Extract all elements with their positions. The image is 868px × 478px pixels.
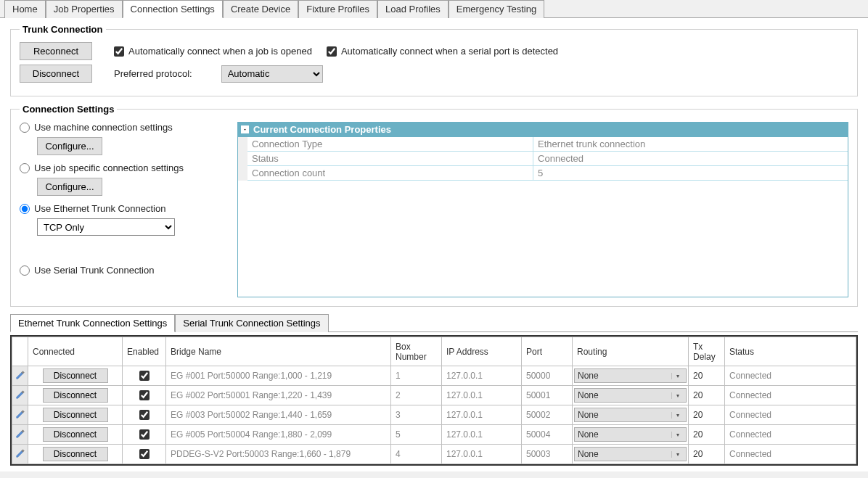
cell-box-number[interactable]: 3 xyxy=(391,405,442,425)
cell-ip[interactable]: 127.0.0.1 xyxy=(442,445,522,464)
cell-connected: Disconnect xyxy=(28,386,123,405)
grid-header-bridge[interactable]: Bridge Name xyxy=(166,337,391,366)
cell-port[interactable]: 50000 xyxy=(522,366,573,386)
radio-serial-label: Use Serial Trunk Connection xyxy=(34,265,154,276)
grid-header-status[interactable]: Status xyxy=(725,337,856,366)
cell-tx-delay[interactable]: 20 xyxy=(689,405,725,425)
cell-box-number[interactable]: 4 xyxy=(391,445,442,464)
disconnect-button[interactable]: Disconnect xyxy=(20,65,92,83)
row-disconnect-button[interactable]: Disconnect xyxy=(43,388,108,403)
cell-routing: None▾ xyxy=(573,366,689,386)
cell-port[interactable]: 50001 xyxy=(522,386,573,405)
row-enabled-checkbox[interactable] xyxy=(139,410,150,420)
grid-header-routing[interactable]: Routing xyxy=(573,337,689,366)
row-enabled-checkbox[interactable] xyxy=(139,449,150,459)
auto-connect-serial-checkbox-wrap[interactable]: Automatically connect when a serial port… xyxy=(327,46,558,57)
cell-bridge-name[interactable]: PDDEG-S-V2 Port:50003 Range:1,660 - 1,87… xyxy=(166,445,391,464)
connection-properties-table: Connection Type Ethernet trunk connectio… xyxy=(238,137,848,181)
row-enabled-checkbox[interactable] xyxy=(139,371,150,381)
radio-serial[interactable] xyxy=(20,265,30,276)
cell-port[interactable]: 50003 xyxy=(522,445,573,464)
grid-header-connected[interactable]: Connected xyxy=(28,337,123,366)
grid-header-ip[interactable]: IP Address xyxy=(442,337,522,366)
connection-properties-header: - Current Connection Properties xyxy=(238,123,848,137)
cell-tx-delay[interactable]: 20 xyxy=(689,386,725,405)
cell-routing: None▾ xyxy=(573,445,689,464)
auto-connect-job-checkbox[interactable] xyxy=(114,46,124,57)
cell-box-number[interactable]: 5 xyxy=(391,425,442,445)
tab-ethernet-trunk[interactable]: Ethernet Trunk Connection Settings xyxy=(10,314,175,332)
row-indicator[interactable] xyxy=(12,425,28,445)
grid-header-enabled[interactable]: Enabled xyxy=(123,337,166,366)
radio-machine[interactable] xyxy=(20,123,30,133)
cell-ip[interactable]: 127.0.0.1 xyxy=(442,386,522,405)
cell-ip[interactable]: 127.0.0.1 xyxy=(442,425,522,445)
cell-bridge-name[interactable]: EG #003 Port:50002 Range:1,440 - 1,659 xyxy=(166,405,391,425)
tab-emergency-testing[interactable]: Emergency Testing xyxy=(449,0,544,18)
row-enabled-checkbox[interactable] xyxy=(139,390,150,400)
cell-enabled xyxy=(123,386,166,405)
ethernet-mode-select[interactable]: TCP Only xyxy=(37,218,175,236)
reconnect-button[interactable]: Reconnect xyxy=(20,42,92,60)
cell-bridge-name[interactable]: EG #002 Port:50001 Range:1,220 - 1,439 xyxy=(166,386,391,405)
radio-ethernet-label: Use Ethernet Trunk Connection xyxy=(34,203,165,214)
table-row[interactable]: DisconnectPDDEG-S-V2 Port:50003 Range:1,… xyxy=(12,445,856,464)
cell-tx-delay[interactable]: 20 xyxy=(689,425,725,445)
routing-dropdown[interactable]: None▾ xyxy=(574,447,687,461)
auto-connect-job-checkbox-wrap[interactable]: Automatically connect when a job is open… xyxy=(114,46,312,57)
radio-ethernet-row[interactable]: Use Ethernet Trunk Connection xyxy=(20,203,230,214)
connections-grid-wrap: Connected Enabled Bridge Name Box Number… xyxy=(10,335,858,466)
row-disconnect-button[interactable]: Disconnect xyxy=(43,447,108,461)
auto-connect-serial-checkbox[interactable] xyxy=(327,46,337,57)
row-disconnect-button[interactable]: Disconnect xyxy=(43,427,108,442)
prop-val: 5 xyxy=(533,166,848,181)
row-indicator[interactable] xyxy=(12,445,28,464)
table-row[interactable]: DisconnectEG #002 Port:50001 Range:1,220… xyxy=(12,386,856,405)
routing-dropdown[interactable]: None▾ xyxy=(574,368,687,383)
tab-create-device[interactable]: Create Device xyxy=(223,0,298,18)
radio-serial-row[interactable]: Use Serial Trunk Connection xyxy=(20,265,230,276)
tab-job-properties[interactable]: Job Properties xyxy=(46,0,123,18)
cell-port[interactable]: 50004 xyxy=(522,425,573,445)
cell-ip[interactable]: 127.0.0.1 xyxy=(442,366,522,386)
radio-job[interactable] xyxy=(20,163,30,173)
table-row[interactable]: DisconnectEG #005 Port:50004 Range:1,880… xyxy=(12,425,856,445)
row-disconnect-button[interactable]: Disconnect xyxy=(43,408,108,422)
grid-header-tx[interactable]: Tx Delay xyxy=(689,337,725,366)
edit-icon xyxy=(15,429,25,439)
cell-box-number[interactable]: 2 xyxy=(391,386,442,405)
radio-machine-row[interactable]: Use machine connection settings xyxy=(20,122,230,133)
routing-dropdown[interactable]: None▾ xyxy=(574,427,687,442)
radio-ethernet[interactable] xyxy=(20,204,30,214)
routing-dropdown[interactable]: None▾ xyxy=(574,408,687,422)
tab-fixture-profiles[interactable]: Fixture Profiles xyxy=(298,0,377,18)
row-indicator[interactable] xyxy=(12,366,28,386)
grid-header-box[interactable]: Box Number xyxy=(391,337,442,366)
cell-enabled xyxy=(123,425,166,445)
tab-home[interactable]: Home xyxy=(4,0,46,18)
radio-job-row[interactable]: Use job specific connection settings xyxy=(20,162,230,173)
routing-dropdown[interactable]: None▾ xyxy=(574,388,687,403)
tab-serial-trunk[interactable]: Serial Trunk Connection Settings xyxy=(175,314,328,332)
collapse-icon[interactable]: - xyxy=(241,125,249,133)
row-indicator[interactable] xyxy=(12,405,28,425)
row-indicator[interactable] xyxy=(12,386,28,405)
tab-load-profiles[interactable]: Load Profiles xyxy=(377,0,449,18)
radio-job-label: Use job specific connection settings xyxy=(34,162,184,173)
cell-tx-delay[interactable]: 20 xyxy=(689,366,725,386)
cell-box-number[interactable]: 1 xyxy=(391,366,442,386)
cell-port[interactable]: 50002 xyxy=(522,405,573,425)
row-disconnect-button[interactable]: Disconnect xyxy=(43,368,108,383)
cell-tx-delay[interactable]: 20 xyxy=(689,445,725,464)
preferred-protocol-select[interactable]: Automatic xyxy=(221,65,323,83)
cell-bridge-name[interactable]: EG #005 Port:50004 Range:1,880 - 2,099 xyxy=(166,425,391,445)
row-enabled-checkbox[interactable] xyxy=(139,429,150,440)
tab-connection-settings[interactable]: Connection Settings xyxy=(123,0,223,18)
cell-bridge-name[interactable]: EG #001 Port:50000 Range:1,000 - 1,219 xyxy=(166,366,391,386)
configure-job-button[interactable]: Configure... xyxy=(37,178,102,196)
configure-machine-button[interactable]: Configure... xyxy=(37,137,102,155)
grid-header-port[interactable]: Port xyxy=(522,337,573,366)
table-row[interactable]: DisconnectEG #003 Port:50002 Range:1,440… xyxy=(12,405,856,425)
cell-ip[interactable]: 127.0.0.1 xyxy=(442,405,522,425)
table-row[interactable]: DisconnectEG #001 Port:50000 Range:1,000… xyxy=(12,366,856,386)
